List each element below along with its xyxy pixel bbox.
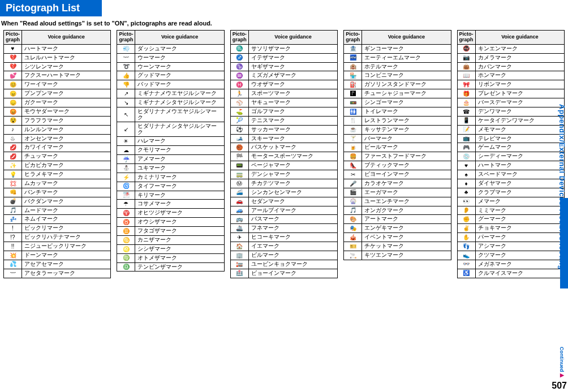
pictograph-icon: ↖ [117,107,135,122]
table-row: ♨オンセンマーク [4,134,111,143]
table-row: 🚥シンゴーマーク [344,98,451,107]
pictograph-icon: 💡 [4,170,22,179]
table-row: 👍グッドマーク [117,71,224,80]
pictograph-icon: 🎮 [457,143,475,152]
pictograph-icon: ♐ [230,53,248,62]
table-row: 😊ワーイマーク [4,80,111,89]
pictograph-icon: 🎂 [457,98,475,107]
pictograph-icon: !! [4,242,22,251]
voice-guidance-text: バスケットマーク [248,143,337,152]
table-row: ♥ハートマーク [457,161,564,170]
header-voice: Voice guidance [362,31,451,45]
voice-guidance-text: バースデーマーク [475,98,564,107]
table-row: 👠ブティックマーク [344,161,451,170]
voice-guidance-text: エンゲキマーク [362,224,451,233]
table-row: 🚭キンエンマーク [457,44,564,53]
voice-guidance-text: モウヤダーマーク [22,107,111,116]
pictograph-icon: ♎ [117,262,135,272]
table-row: ♦ダイヤマーク [457,179,564,188]
pictograph-icon: 🎡 [344,197,362,206]
voice-guidance-text: ダッシュマーク [135,44,224,53]
table-row: 👜カバンマーク [457,62,564,71]
voice-guidance-text: シーディーマーク [475,152,564,161]
pictograph-icon: 💔 [4,62,22,71]
voice-guidance-text: フタゴザマーク [135,227,224,236]
table-row: 〰ウーマーク [117,53,224,62]
pictograph-icon: ⛳ [230,107,248,116]
pictograph-icon: 🎁 [457,89,475,98]
voice-guidance-text: スポーツマーク [248,89,337,98]
pictograph-icon: ♥ [457,161,475,170]
voice-guidance-text: ミギナナメシタヤジルシマーク [135,98,224,107]
pictograph-icon: 😠 [4,89,22,98]
pictograph-icon: ↘ [117,98,135,107]
table-row: 🚢フネマーク [230,224,337,233]
pictograph-icon: ☁ [117,146,135,155]
voice-guidance-text: アセアセマーク [22,260,111,269]
table-row: 📟ページャマーク [230,161,337,170]
pictograph-icon: 🎬 [344,188,362,197]
pictograph-icon: 🏧 [344,53,362,62]
voice-guidance-text: ルンルンマーク [22,125,111,134]
pictograph-icon: ⛄ [117,163,135,173]
pictograph-icon: 🍸 [344,134,362,143]
pictograph-icon: Ⓜ [230,179,248,188]
table-row: 🎂バースデーマーク [457,98,564,107]
table-row: 🎨アートマーク [344,215,451,224]
table-row: ✈ヒコーキマーク [230,233,337,242]
pictograph-icon: 💋 [4,143,22,152]
pictograph-icon: 📟 [230,161,248,170]
table-row: 🚙アールブイマーク [230,206,337,215]
pictograph-icon: 🎭 [344,224,362,233]
pictograph-icon: ♉ [117,218,135,227]
table-row: 🏠イエマーク [230,242,337,251]
voice-guidance-text: カニザマーク [135,235,224,244]
pictograph-icon: 👊 [4,188,22,197]
voice-guidance-text: クモリマーク [135,146,224,155]
voice-guidance-text: エーティーエムマーク [362,53,451,62]
table-row: 📷カメラマーク [457,53,564,62]
table-row: ♏サソリザマーク [230,44,337,53]
voice-guidance-text: ヤギザマーク [248,62,337,71]
table-row: ♓ウオザマーク [230,80,337,89]
table-row: 🅿チューシャジョーマーク [344,89,451,98]
voice-guidance-text: アートマーク [362,215,451,224]
pictograph-icon: ✋ [457,233,475,242]
table-row: ☂コサメマーク [117,200,224,209]
pictograph-table: Picto-graphVoice guidance♥ハートマーク💔ユレルハートマ… [3,30,111,278]
pictograph-icon: ✌ [457,224,475,233]
voice-guidance-text: チカテツマーク [248,179,337,188]
table-row: ♪ルンルンマーク [4,125,111,134]
header-voice: Voice guidance [248,31,337,45]
table-row: 💥ドーンマーク [4,251,111,260]
header-pictograph: Picto-graph [344,31,362,45]
table-row: 🎡ユーエンチマーク [344,197,451,206]
voice-guidance-text: アメマーク [135,155,224,164]
table-row: 🎬エーガマーク [344,188,451,197]
voice-guidance-text: メガネマーク [475,260,564,269]
pictograph-icon: 🎾 [230,116,248,125]
voice-guidance-text: ページャマーク [248,161,337,170]
subtitle-text: When "Read aloud settings" is set to "ON… [0,16,568,30]
voice-guidance-text: サソリザマーク [248,44,337,53]
pictograph-icon: 📺 [457,134,475,143]
voice-guidance-text: ユキマーク [135,163,224,173]
table-row: ➰ウーンマーク [117,62,224,71]
pictograph-icon: 💥 [4,251,22,260]
voice-guidance-text: ブティックマーク [362,161,451,170]
pictograph-icon: 😊 [4,80,22,89]
voice-guidance-text: スキーマーク [248,134,337,143]
pictograph-icon: ♒ [230,71,248,80]
voice-guidance-text: シシザマーク [135,244,224,253]
voice-guidance-text: コンビニマーク [362,71,451,80]
table-row: 🌁キリマーク [117,191,224,200]
table-row: 💨ダッシュマーク [117,44,224,53]
voice-guidance-text: ミギナナメウエヤジルシマーク [135,89,224,98]
voice-guidance-text: バッドマーク [135,80,224,89]
pictograph-icon: 🚥 [344,98,362,107]
table-row: 📱ケータイデンワマーク [457,116,564,125]
pictograph-icon: ⛽ [344,80,362,89]
table-row: ↙ヒダリナナメシタヤジルシマーク [117,122,224,137]
voice-guidance-text: ホンマーク [475,71,564,80]
voice-guidance-text: プンプンマーク [22,89,111,98]
